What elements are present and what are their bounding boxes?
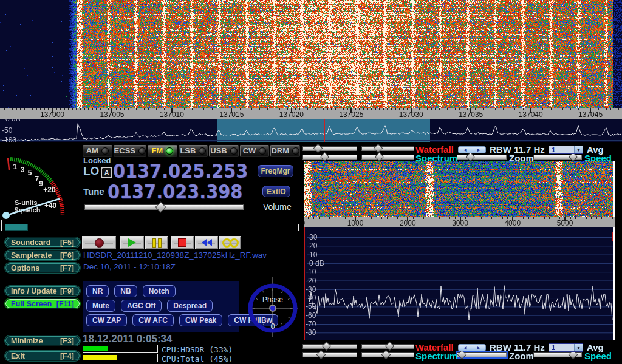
minimize-button[interactable]: Minimize[F3]: [5, 335, 80, 346]
full-screen-button[interactable]: Full Screen[F11]: [5, 298, 80, 309]
play-button[interactable]: [120, 236, 144, 249]
mode-button-lsb[interactable]: LSB: [179, 145, 208, 157]
soundcard-button[interactable]: Soundcard[F5]: [5, 237, 80, 248]
rbw-spinner[interactable]: ◂▸: [458, 146, 486, 153]
mode-button-am[interactable]: AM: [83, 145, 112, 157]
squelch-slider-handle[interactable]: [5, 224, 28, 231]
dropdown-arrow-icon[interactable]: ▾: [574, 146, 583, 153]
dsp-row: NRNBNotch: [86, 285, 176, 297]
audio-frequency-scale[interactable]: 010002000300040005000: [304, 217, 615, 228]
rbw-spinner[interactable]: ◂▸: [458, 344, 486, 351]
speed-slider[interactable]: [533, 352, 582, 357]
freq-tick-label: 5000: [557, 219, 573, 228]
zoom-slider-thumb[interactable]: [466, 152, 476, 162]
waterfall-brightness-slider[interactable]: [302, 344, 357, 349]
audio-spectrum-display[interactable]: 3020100 dB-10-20-30-40-50-60-70-80: [304, 228, 615, 340]
rf-spectrum-display[interactable]: 0 dB-50-100: [0, 119, 622, 142]
mode-button-usb[interactable]: USB: [209, 145, 239, 157]
mode-button-cw[interactable]: CW: [240, 145, 270, 157]
mute-button[interactable]: Mute: [86, 300, 115, 312]
spectrum-range-slider-thumb[interactable]: [381, 350, 391, 360]
speed-label: Speed: [584, 351, 612, 361]
waterfall-brightness-slider-thumb[interactable]: [313, 144, 323, 153]
spectrum-range-slider[interactable]: [361, 352, 414, 357]
zoom-slider[interactable]: [457, 352, 507, 357]
zoom-slider-thumb[interactable]: [457, 350, 467, 360]
pause-button[interactable]: [145, 236, 168, 249]
loop-button[interactable]: [219, 236, 241, 249]
record-button[interactable]: [82, 236, 116, 249]
cw-peak-button[interactable]: CW Peak: [179, 314, 222, 326]
rf-waterfall-display[interactable]: [0, 0, 622, 108]
spinner-left-arrow-icon[interactable]: ◂: [464, 147, 467, 153]
mode-button-label: USB: [210, 146, 227, 155]
freq-tick-label: 137040: [519, 110, 543, 119]
speed-slider[interactable]: [533, 155, 582, 160]
squelch-slider-track[interactable]: [1, 231, 299, 231]
phase-tick: [263, 291, 264, 293]
spectrum-gain-slider[interactable]: [302, 352, 357, 357]
despread-button[interactable]: Despread: [167, 300, 213, 312]
extio-button[interactable]: ExtIO: [262, 186, 290, 197]
phase-tick: [282, 323, 283, 325]
spectrum-gain-slider[interactable]: [302, 155, 357, 160]
cpu-total-bar-fill: [83, 355, 117, 360]
audio-waterfall-display[interactable]: [304, 161, 615, 217]
info-update-button[interactable]: Info / Update[F9]: [5, 286, 80, 296]
samplerate-button[interactable]: Samplerate[F6]: [5, 250, 80, 260]
notch-button[interactable]: Notch: [143, 285, 176, 297]
rf-frequency-scale[interactable]: 1370001370051370101370151370201370251370…: [0, 108, 622, 119]
db-tick-label: -10: [306, 268, 316, 276]
spinner-left-arrow-icon[interactable]: ◂: [464, 345, 467, 351]
dropdown-arrow-icon[interactable]: ▾: [574, 344, 583, 351]
cw-zap-button[interactable]: CW ZAP: [86, 314, 127, 326]
spectrum-range-slider-thumb[interactable]: [375, 152, 384, 162]
db-tick-label: -70: [306, 320, 316, 328]
phase-tick: [288, 317, 290, 318]
stop-button[interactable]: [171, 236, 194, 249]
volume-slider[interactable]: [84, 204, 244, 210]
lo-frequency-readout[interactable]: 0137.025.253: [113, 161, 248, 181]
db-tick-label: -50: [306, 302, 316, 311]
mode-button-ecss[interactable]: ECSS: [114, 145, 146, 157]
options-button[interactable]: Options[F7]: [5, 263, 80, 273]
s-meter[interactable]: 13579+20+40 S-units Squelch: [1, 145, 80, 224]
spectrum-range-slider[interactable]: [361, 155, 414, 160]
spectrum-gain-slider-thumb[interactable]: [320, 152, 330, 162]
waterfall-brightness-slider[interactable]: [302, 146, 357, 151]
agc-off-button[interactable]: AGC Off: [121, 300, 162, 312]
avg-select[interactable]: 1▾: [549, 343, 583, 352]
cpu-hdsdr-label: CPU:HDSDR (33%): [162, 345, 233, 354]
waterfall-contrast-slider[interactable]: [361, 146, 414, 151]
zoom-slider[interactable]: [457, 155, 507, 160]
avg-select[interactable]: 1▾: [549, 146, 583, 154]
menu-button-label: Samplerate: [11, 251, 52, 260]
nb-button[interactable]: NB: [114, 285, 137, 297]
rewind-icon: [202, 239, 212, 246]
rewind-button[interactable]: [195, 236, 218, 249]
cw-afc-button[interactable]: CW AFC: [132, 314, 174, 326]
db-tick-label: -80: [306, 328, 316, 337]
freq-tick-label: 0: [304, 219, 305, 228]
nr-button[interactable]: NR: [86, 285, 109, 297]
waterfall-contrast-slider-thumb[interactable]: [385, 342, 395, 351]
waterfall-contrast-slider[interactable]: [361, 344, 414, 349]
freq-tick-label: 137010: [160, 110, 184, 119]
spinner-right-arrow-icon[interactable]: ▸: [477, 147, 480, 153]
freqmgr-button[interactable]: FreqMgr: [258, 165, 293, 177]
mode-button-label: LSB: [180, 146, 196, 155]
phase-value: 0: [270, 322, 275, 331]
spectrum-gain-slider-thumb[interactable]: [316, 350, 326, 360]
phase-tick: [288, 298, 290, 300]
mode-button-drm[interactable]: DRM: [270, 145, 300, 157]
waterfall-brightness-slider-thumb[interactable]: [322, 342, 332, 351]
lo-agc-badge[interactable]: A: [101, 167, 112, 178]
mode-button-fm[interactable]: FM: [148, 145, 177, 157]
tune-frequency-readout[interactable]: 0137.023.398: [108, 182, 242, 201]
waterfall-contrast-slider-thumb[interactable]: [374, 144, 383, 153]
volume-slider-thumb[interactable]: [155, 201, 166, 212]
dsp-row: MuteAGC OffDespread: [86, 300, 213, 312]
exit-button[interactable]: Exit[F4]: [5, 351, 80, 361]
smeter-scale-label: 5: [28, 169, 32, 177]
spinner-right-arrow-icon[interactable]: ▸: [477, 345, 480, 351]
